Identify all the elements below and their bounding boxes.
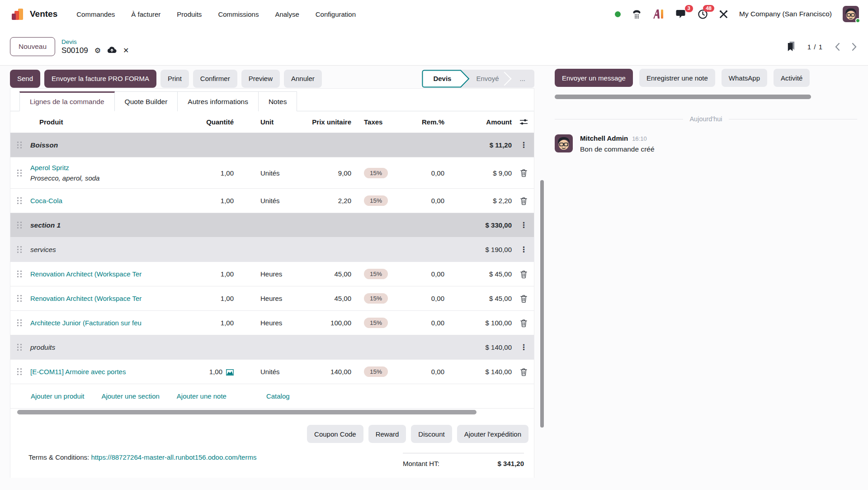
trash-icon[interactable] — [520, 295, 528, 303]
cancel-button[interactable]: Annuler — [284, 70, 322, 88]
menu-configuration[interactable]: Configuration — [316, 10, 356, 18]
tax-badge[interactable]: 15% — [364, 168, 388, 178]
chatter-hscroll-thumb[interactable] — [555, 95, 811, 99]
tab-notes[interactable]: Notes — [259, 91, 297, 111]
section-name[interactable]: Boisson — [28, 141, 448, 149]
section-menu[interactable]: ⋮ — [514, 343, 534, 352]
send-message-button[interactable]: Envoyer un message — [555, 69, 633, 87]
terms-link[interactable]: https://88727264-master-all.runbot156.od… — [91, 453, 256, 461]
catalog-link[interactable]: Catalog — [266, 392, 290, 400]
table-hscroll-thumb[interactable] — [17, 410, 476, 414]
product-name-link[interactable]: [E-COM11] Armoire avec portes — [30, 368, 126, 376]
discount-cell[interactable]: 0,00 — [407, 197, 448, 205]
product-name-link[interactable]: Architecte Junior (Facturation sur feu — [30, 319, 142, 327]
tax-badge[interactable]: 15% — [364, 269, 388, 279]
debug-tools-icon[interactable] — [719, 10, 728, 19]
add-product-link[interactable]: Ajouter un produit — [31, 392, 84, 400]
product-name-link[interactable]: Renovation Architect (Workspace Ter — [30, 270, 142, 278]
kebab-menu-icon[interactable]: ⋮ — [520, 140, 528, 150]
col-header-unit[interactable]: Unit — [236, 118, 290, 126]
taxes-cell[interactable]: 15% — [353, 293, 407, 304]
send-button[interactable]: Send — [10, 70, 40, 88]
section-name[interactable]: services — [28, 246, 448, 254]
row-drag-handle[interactable] — [10, 295, 28, 302]
taxes-cell[interactable]: 15% — [353, 366, 407, 377]
print-button[interactable]: Print — [160, 70, 189, 88]
forecast-chart-icon[interactable] — [226, 369, 234, 376]
row-drag-handle[interactable] — [10, 246, 28, 253]
section-menu[interactable]: ⋮ — [514, 245, 534, 254]
product-cell[interactable]: Coca-Cola — [28, 197, 177, 205]
row-drag-handle[interactable] — [10, 344, 28, 351]
tax-badge[interactable]: 15% — [364, 366, 388, 377]
row-drag-handle[interactable] — [10, 142, 28, 148]
pager-next-icon[interactable] — [852, 43, 857, 51]
column-options-icon[interactable] — [514, 119, 534, 125]
col-header-rem[interactable]: Rem.% — [407, 118, 448, 126]
quantity-cell[interactable]: 1,00 — [177, 368, 236, 376]
menu-produits[interactable]: Produits — [177, 10, 202, 18]
kebab-menu-icon[interactable]: ⋮ — [520, 220, 528, 230]
delete-line[interactable] — [514, 197, 534, 205]
unit-cell[interactable]: Heures — [236, 295, 290, 302]
unit-price-cell[interactable]: 9,00 — [290, 169, 353, 177]
kebab-menu-icon[interactable]: ⋮ — [520, 343, 528, 352]
section-menu[interactable]: ⋮ — [514, 220, 534, 230]
menu-commissions[interactable]: Commissions — [218, 10, 259, 18]
log-note-button[interactable]: Enregistrer une note — [639, 69, 715, 87]
tab-quote-builder[interactable]: Quote Builder — [115, 91, 178, 111]
delete-line[interactable] — [514, 319, 534, 327]
quantity-cell[interactable]: 1,00 — [177, 270, 236, 278]
discount-cell[interactable]: 0,00 — [407, 295, 448, 302]
col-header-quantite[interactable]: Quantité — [177, 118, 236, 126]
unit-price-cell[interactable]: 45,00 — [290, 295, 353, 302]
app-brand[interactable]: Ventes — [11, 7, 57, 21]
reward-button[interactable]: Reward — [368, 425, 406, 443]
trash-icon[interactable] — [520, 270, 528, 278]
tax-badge[interactable]: 15% — [364, 195, 388, 206]
row-drag-handle[interactable] — [10, 170, 28, 176]
product-name-link[interactable]: Aperol Spritz — [30, 164, 69, 171]
tax-badge[interactable]: 15% — [364, 293, 388, 304]
section-menu[interactable]: ⋮ — [514, 140, 534, 150]
section-row[interactable]: section 1$ 330,00⋮ — [10, 213, 534, 238]
product-cell[interactable]: Renovation Architect (Workspace Ter — [28, 270, 177, 278]
discount-cell[interactable]: 0,00 — [407, 368, 448, 376]
confirm-button[interactable]: Confirmer — [193, 70, 237, 88]
user-avatar[interactable] — [843, 6, 859, 22]
quantity-cell[interactable]: 1,00 — [177, 295, 236, 302]
form-vscroll-thumb[interactable] — [540, 180, 544, 428]
discount-cell[interactable]: 0,00 — [407, 319, 448, 327]
col-header-produit[interactable]: Produit — [28, 118, 177, 126]
discard-close-icon[interactable]: ✕ — [123, 47, 129, 54]
product-cell[interactable]: Aperol SpritzProsecco, aperol, soda — [28, 164, 177, 182]
section-row[interactable]: Boisson$ 11,20⋮ — [10, 133, 534, 157]
menu-commandes[interactable]: Commandes — [76, 10, 115, 18]
status-step-devis-active[interactable]: Devis — [422, 70, 470, 88]
product-cell[interactable]: Renovation Architect (Workspace Ter — [28, 295, 177, 302]
product-row[interactable]: Renovation Architect (Workspace Ter1,00H… — [10, 286, 534, 311]
menu-analyse[interactable]: Analyse — [275, 10, 299, 18]
voip-phone-icon[interactable] — [632, 9, 642, 19]
product-row[interactable]: [E-COM11] Armoire avec portes1,00Unités1… — [10, 360, 534, 384]
col-header-prix-unitaire[interactable]: Prix unitaire — [290, 118, 353, 126]
product-row[interactable]: Renovation Architect (Workspace Ter1,00H… — [10, 262, 534, 286]
whatsapp-button[interactable]: WhatsApp — [722, 69, 767, 87]
add-shipping-button[interactable]: Ajouter l'expédition — [457, 425, 528, 443]
unit-cell[interactable]: Heures — [236, 319, 290, 327]
section-name[interactable]: section 1 — [28, 221, 448, 229]
add-section-link[interactable]: Ajouter une section — [101, 392, 159, 400]
discount-cell[interactable]: 0,00 — [407, 270, 448, 278]
unit-cell[interactable]: Heures — [236, 270, 290, 278]
delete-line[interactable] — [514, 368, 534, 376]
messages-icon[interactable]: 3 — [676, 9, 687, 19]
trash-icon[interactable] — [520, 197, 528, 205]
discount-cell[interactable]: 0,00 — [407, 169, 448, 177]
status-step-envoye[interactable]: Envoyé — [470, 70, 510, 88]
message-author[interactable]: Mitchell Admin — [580, 134, 628, 142]
product-name-link[interactable]: Coca-Cola — [30, 197, 62, 205]
trash-icon[interactable] — [520, 169, 528, 177]
bookmark-icon[interactable] — [786, 41, 796, 52]
section-name[interactable]: produits — [28, 343, 448, 352]
send-proforma-button[interactable]: Envoyer la facture PRO FORMA — [44, 70, 156, 88]
